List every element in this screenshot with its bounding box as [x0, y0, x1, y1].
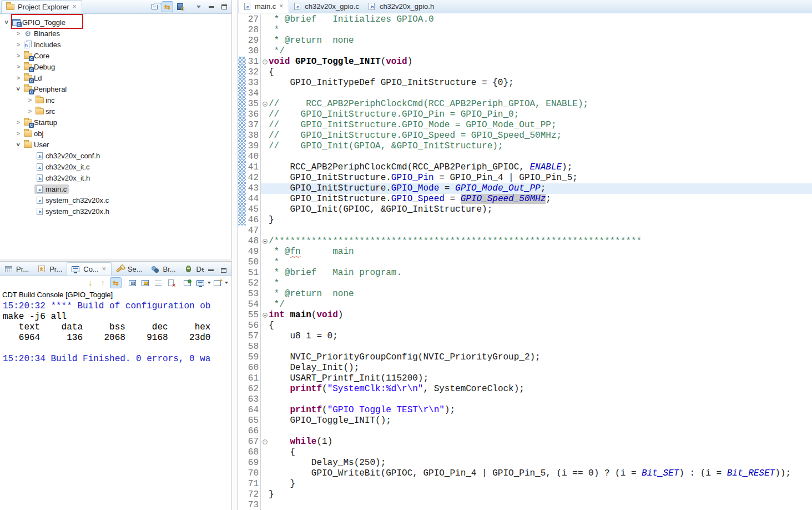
code-line-52[interactable]: 52 *	[238, 278, 812, 289]
minimize-icon[interactable]	[205, 264, 216, 276]
code-line-63[interactable]: 63	[238, 394, 812, 405]
maximize-icon[interactable]	[218, 264, 229, 276]
chevron-collapsed-icon[interactable]: >	[26, 97, 34, 103]
code-line-70[interactable]: 70 GPIO_WriteBit(GPIOC, GPIO_Pin_4 | GPI…	[238, 468, 812, 479]
line-number[interactable]: 62	[246, 384, 261, 394]
tree-item-core[interactable]: >CCore	[0, 50, 231, 61]
code-line-37[interactable]: 37// GPIO_InitStructure.GPIO_Mode = GPIO…	[238, 120, 812, 131]
line-number[interactable]: 44	[246, 194, 261, 204]
code-line-44[interactable]: 44 GPIO_InitStructure.GPIO_Speed = GPIO_…	[238, 194, 812, 204]
line-number[interactable]: 63	[246, 394, 261, 405]
collapse-all-icon[interactable]	[149, 1, 160, 12]
chevron-expanded-icon[interactable]: >	[15, 84, 22, 93]
code-line-41[interactable]: 41 RCC_APB2PeriphClockCmd(RCC_APB2Periph…	[238, 162, 812, 173]
scroll-lock-icon[interactable]	[127, 277, 138, 288]
chevron-collapsed-icon[interactable]: >	[14, 130, 23, 137]
line-number[interactable]: 28	[246, 25, 261, 36]
line-number[interactable]: 51	[246, 268, 261, 278]
fold-collapse-icon[interactable]	[263, 239, 268, 244]
console-output[interactable]: 15:20:32 **** Build of configuration obm…	[0, 299, 231, 364]
close-icon[interactable]: ×	[279, 3, 284, 9]
fold-collapse-icon[interactable]	[263, 102, 268, 107]
tree-item-peripheral[interactable]: >CPeripheral	[0, 83, 231, 94]
code-line-31[interactable]: 31void GPIO_Toggle_INIT(void)	[238, 57, 812, 67]
code-line-53[interactable]: 53 * @return none	[238, 289, 812, 299]
code-line-66[interactable]: 66	[238, 426, 812, 437]
chevron-collapsed-icon[interactable]: >	[26, 108, 34, 114]
console-tab-debugger-console[interactable]: De...	[180, 263, 204, 276]
link-with-editor-icon[interactable]: ⇆	[162, 1, 173, 12]
code-line-57[interactable]: 57 u8 i = 0;	[238, 331, 812, 342]
code-line-59[interactable]: 59 NVIC_PriorityGroupConfig(NVIC_Priorit…	[238, 352, 812, 363]
code-line-67[interactable]: 67 while(1)	[238, 437, 812, 447]
tree-item-ch32v20x-it-c[interactable]: .cch32v20x_it.c	[0, 161, 231, 172]
close-icon[interactable]: ×	[102, 266, 107, 272]
code-line-54[interactable]: 54 */	[238, 299, 812, 310]
line-number[interactable]: 64	[246, 405, 261, 416]
vertical-sash[interactable]	[233, 0, 238, 510]
console-tab-console[interactable]: Co...×	[67, 262, 111, 276]
code-line-71[interactable]: 71 }	[238, 479, 812, 489]
line-number[interactable]: 38	[246, 131, 261, 141]
pin-console-icon[interactable]	[181, 277, 193, 288]
code-line-65[interactable]: 65 GPIO_Toggle_INIT();	[238, 416, 812, 426]
line-number[interactable]: 55	[246, 310, 261, 321]
line-number[interactable]: 66	[246, 426, 261, 437]
line-number[interactable]: 57	[246, 331, 261, 342]
chevron-collapsed-icon[interactable]: >	[14, 30, 23, 37]
line-number[interactable]: 58	[246, 342, 261, 352]
line-number[interactable]: 54	[246, 299, 261, 310]
line-number[interactable]: 45	[246, 204, 261, 215]
code-line-38[interactable]: 38// GPIO_InitStructure.GPIO_Speed = GPI…	[238, 131, 812, 141]
line-number[interactable]: 48	[246, 236, 261, 247]
code-line-55[interactable]: 55int main(void)	[238, 310, 812, 321]
fold-collapse-icon[interactable]	[263, 439, 268, 444]
code-line-48[interactable]: 48/*************************************…	[238, 236, 812, 247]
editor-tab-ch32v20x-gpio-c[interactable]: .cch32v20x_gpio.c	[289, 0, 364, 13]
line-number[interactable]: 60	[246, 363, 261, 373]
tree-item-user[interactable]: >User	[0, 139, 231, 150]
clear-console-icon[interactable]	[165, 277, 176, 288]
code-line-49[interactable]: 49 * @fn main	[238, 247, 812, 257]
editor-tab-main-c[interactable]: .cmain.c×	[239, 0, 289, 13]
close-icon[interactable]: ×	[72, 4, 77, 9]
code-line-32[interactable]: 32{	[238, 67, 812, 78]
console-tab-breakpoints[interactable]: Br...	[147, 263, 180, 276]
line-number[interactable]: 27	[246, 14, 261, 25]
view-menu-icon[interactable]	[193, 1, 204, 12]
tree-item-binaries[interactable]: >⚙Binaries	[0, 28, 231, 39]
line-number[interactable]: 52	[246, 278, 261, 289]
chevron-expanded-icon[interactable]: >	[3, 18, 10, 27]
line-number[interactable]: 50	[246, 257, 261, 268]
tree-item-inc[interactable]: >inc	[0, 94, 231, 106]
minimize-icon[interactable]	[205, 1, 217, 12]
line-number[interactable]: 40	[246, 152, 261, 162]
chevron-collapsed-icon[interactable]: >	[14, 119, 23, 126]
console-lock-icon[interactable]	[139, 277, 151, 288]
code-line-43[interactable]: 43 GPIO_InitStructure.GPIO_Mode = GPIO_M…	[238, 183, 812, 194]
line-number[interactable]: 30	[246, 46, 261, 57]
line-number[interactable]: 67	[246, 437, 261, 447]
tree-item-system-ch32v20x-c[interactable]: .csystem_ch32v20x.c	[0, 194, 231, 206]
open-console-icon[interactable]	[211, 277, 223, 288]
tree-item-ld[interactable]: >CLd	[0, 72, 231, 83]
tree-item-obj[interactable]: >obj	[0, 128, 231, 139]
code-line-68[interactable]: 68 {	[238, 447, 812, 458]
scroll-down-icon[interactable]: ↓	[84, 277, 96, 288]
fold-collapse-icon[interactable]	[263, 59, 268, 64]
line-number[interactable]: 42	[246, 173, 261, 183]
line-number[interactable]: 43	[246, 183, 261, 194]
code-line-35[interactable]: 35// RCC_APB2PeriphClockCmd(RCC_APB2Peri…	[238, 99, 812, 109]
code-line-69[interactable]: 69 Delay_Ms(250);	[238, 458, 812, 468]
line-number[interactable]: 33	[246, 78, 261, 88]
tree-item-ch32v20x-it-h[interactable]: .hch32v20x_it.h	[0, 172, 231, 183]
chevron-collapsed-icon[interactable]: >	[14, 74, 23, 81]
line-number[interactable]: 41	[246, 162, 261, 173]
line-number[interactable]: 65	[246, 416, 261, 426]
chevron-collapsed-icon[interactable]: >	[14, 52, 23, 59]
code-line-36[interactable]: 36// GPIO_InitStructure.GPIO_Pin = GPIO_…	[238, 109, 812, 120]
code-line-64[interactable]: 64 printf("GPIO Toggle TEST\r\n");	[238, 405, 812, 416]
dropdown-caret-icon[interactable]	[225, 282, 228, 284]
code-line-33[interactable]: 33 GPIO_InitTypeDef GPIO_InitStructure =…	[238, 78, 812, 88]
scroll-up-icon[interactable]: ↑	[97, 277, 109, 288]
